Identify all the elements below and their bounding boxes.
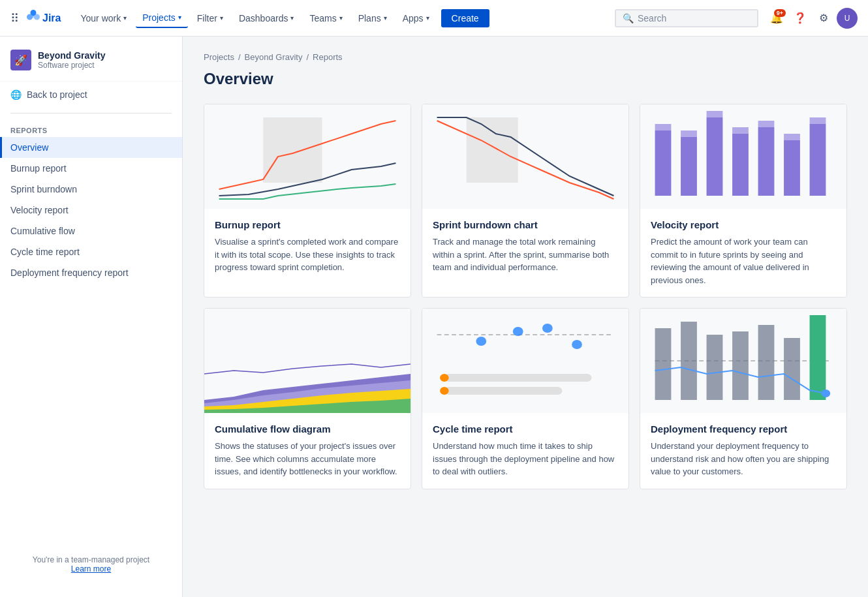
sidebar-divider bbox=[10, 113, 172, 114]
svg-point-22 bbox=[513, 327, 523, 336]
project-type: Software project bbox=[38, 61, 105, 70]
cycle-time-card-body: Cycle time report Understand how much ti… bbox=[422, 413, 628, 489]
svg-point-21 bbox=[476, 337, 486, 346]
chevron-down-icon: ▾ bbox=[384, 14, 387, 22]
chevron-down-icon: ▾ bbox=[339, 14, 343, 22]
settings-button[interactable]: ⚙ bbox=[813, 8, 834, 29]
plans-menu[interactable]: Plans ▾ bbox=[352, 9, 394, 27]
jira-logo-icon bbox=[27, 10, 40, 26]
breadcrumb-projects[interactable]: Projects bbox=[204, 52, 234, 62]
footer-text: You're in a team-managed project bbox=[10, 555, 172, 564]
burnup-chart bbox=[204, 104, 411, 209]
svg-rect-35 bbox=[784, 338, 800, 400]
burnup-desc: Visualise a sprint's completed work and … bbox=[215, 236, 400, 274]
cycle-time-title: Cycle time report bbox=[433, 423, 618, 435]
sidebar-item-velocity[interactable]: Velocity report bbox=[0, 200, 182, 221]
sprint-burndown-desc: Track and manage the total work remainin… bbox=[433, 236, 618, 274]
svg-rect-32 bbox=[707, 335, 723, 400]
notifications-button[interactable]: 🔔 9+ bbox=[766, 8, 787, 29]
card-burnup[interactable]: Burnup report Visualise a sprint's compl… bbox=[204, 104, 411, 298]
svg-rect-14 bbox=[810, 124, 826, 196]
your-work-menu[interactable]: Your work ▾ bbox=[74, 9, 133, 27]
chevron-down-icon: ▾ bbox=[426, 14, 429, 22]
apps-menu[interactable]: Apps ▾ bbox=[396, 9, 436, 27]
sidebar: 🚀 Beyond Gravity Software project 🌐 Back… bbox=[0, 37, 183, 597]
sidebar-item-sprint-burndown[interactable]: Sprint burndown bbox=[0, 179, 182, 200]
chevron-down-icon: ▾ bbox=[290, 14, 294, 22]
search-bar[interactable]: 🔍 Search bbox=[615, 9, 758, 27]
svg-rect-31 bbox=[681, 322, 697, 400]
card-deployment[interactable]: Deployment frequency report Understand y… bbox=[640, 308, 847, 489]
svg-rect-3 bbox=[655, 124, 672, 130]
burnup-card-body: Burnup report Visualise a sprint's compl… bbox=[204, 209, 411, 284]
grid-icon[interactable]: ⠿ bbox=[10, 11, 19, 25]
svg-rect-13 bbox=[784, 134, 800, 140]
sidebar-item-overview[interactable]: Overview bbox=[0, 137, 182, 158]
sidebar-item-burnup[interactable]: Burnup report bbox=[0, 158, 182, 179]
svg-rect-30 bbox=[655, 328, 672, 400]
project-name: Beyond Gravity bbox=[38, 50, 105, 61]
svg-rect-34 bbox=[758, 325, 775, 400]
sidebar-footer: You're in a team-managed project Learn m… bbox=[0, 545, 182, 584]
svg-rect-9 bbox=[732, 127, 749, 134]
deployment-desc: Understand your deployment frequency to … bbox=[651, 440, 836, 478]
filter-menu[interactable]: Filter ▾ bbox=[191, 9, 230, 27]
card-sprint-burndown[interactable]: Sprint burndown chart Track and manage t… bbox=[422, 104, 629, 298]
svg-rect-8 bbox=[732, 134, 749, 196]
card-cumulative[interactable]: Cumulative flow diagram Shows the status… bbox=[204, 308, 411, 489]
card-cycle-time[interactable]: Cycle time report Understand how much ti… bbox=[422, 308, 629, 489]
search-icon: 🔍 bbox=[623, 13, 634, 23]
sprint-burndown-chart bbox=[422, 104, 628, 209]
back-to-project[interactable]: 🌐 Back to project bbox=[0, 82, 182, 108]
teams-menu[interactable]: Teams ▾ bbox=[303, 9, 349, 27]
deployment-chart bbox=[640, 309, 846, 413]
projects-menu[interactable]: Projects ▾ bbox=[136, 8, 188, 28]
breadcrumb: Projects / Beyond Gravity / Reports bbox=[204, 52, 847, 62]
svg-rect-0 bbox=[263, 117, 322, 183]
burnup-title: Burnup report bbox=[215, 219, 400, 230]
svg-rect-25 bbox=[444, 374, 592, 382]
deployment-card-body: Deployment frequency report Understand y… bbox=[640, 413, 846, 489]
cycle-time-desc: Understand how much time it takes to shi… bbox=[433, 440, 618, 478]
page-title: Overview bbox=[204, 70, 847, 88]
jira-logo[interactable]: Jira bbox=[27, 10, 61, 26]
chevron-down-icon: ▾ bbox=[220, 14, 223, 22]
svg-rect-1 bbox=[467, 117, 518, 183]
cumulative-card-body: Cumulative flow diagram Shows the status… bbox=[204, 413, 411, 489]
sidebar-project: 🚀 Beyond Gravity Software project bbox=[0, 37, 182, 82]
breadcrumb-sep-1: / bbox=[238, 52, 241, 62]
velocity-title: Velocity report bbox=[651, 219, 836, 230]
cumulative-title: Cumulative flow diagram bbox=[215, 423, 400, 435]
svg-rect-36 bbox=[810, 315, 826, 400]
learn-more-link[interactable]: Learn more bbox=[10, 564, 172, 574]
chevron-down-icon: ▾ bbox=[123, 14, 127, 22]
svg-rect-2 bbox=[655, 130, 672, 196]
svg-point-37 bbox=[822, 390, 831, 397]
cumulative-desc: Shows the statuses of your project's iss… bbox=[215, 440, 400, 478]
reports-section-label: Reports bbox=[0, 119, 182, 137]
breadcrumb-beyond-gravity[interactable]: Beyond Gravity bbox=[245, 52, 303, 62]
sprint-burndown-title: Sprint burndown chart bbox=[433, 219, 618, 230]
sidebar-item-cumulative[interactable]: Cumulative flow bbox=[0, 221, 182, 241]
avatar[interactable]: U bbox=[837, 8, 858, 29]
sidebar-item-cycle-time[interactable]: Cycle time report bbox=[0, 241, 182, 262]
svg-point-27 bbox=[440, 374, 449, 382]
create-button[interactable]: Create bbox=[441, 9, 489, 27]
svg-rect-26 bbox=[444, 387, 563, 395]
velocity-desc: Predict the amount of work your team can… bbox=[651, 236, 836, 286]
dashboards-menu[interactable]: Dashboards ▾ bbox=[232, 9, 301, 27]
breadcrumb-sep-2: / bbox=[306, 52, 309, 62]
card-velocity[interactable]: Velocity report Predict the amount of wo… bbox=[640, 104, 847, 298]
layout: 🚀 Beyond Gravity Software project 🌐 Back… bbox=[0, 37, 868, 597]
svg-rect-10 bbox=[758, 127, 775, 196]
svg-rect-5 bbox=[681, 130, 697, 137]
deployment-title: Deployment frequency report bbox=[651, 423, 836, 435]
help-button[interactable]: ❓ bbox=[790, 8, 811, 29]
svg-rect-33 bbox=[732, 331, 749, 400]
chevron-down-icon: ▾ bbox=[178, 14, 181, 21]
svg-rect-4 bbox=[681, 137, 697, 196]
velocity-chart bbox=[640, 104, 846, 209]
svg-point-28 bbox=[440, 387, 449, 395]
sidebar-item-deployment[interactable]: Deployment frequency report bbox=[0, 262, 182, 283]
project-icon: 🚀 bbox=[10, 50, 31, 70]
